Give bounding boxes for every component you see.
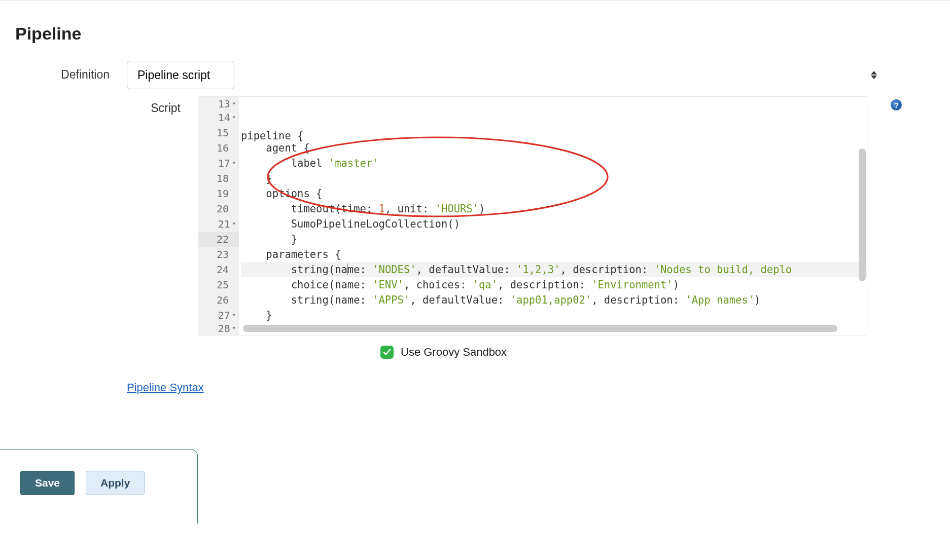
check-icon (383, 348, 391, 356)
code-line[interactable]: } (241, 171, 867, 186)
pipeline-syntax-link[interactable]: Pipeline Syntax (127, 381, 204, 394)
definition-label: Definition (15, 61, 127, 82)
code-editor[interactable]: 13▾14▾151617▾18192021▾222324252627▾28▾ p… (198, 96, 867, 335)
code-content[interactable]: pipeline { agent { label 'master' } opti… (239, 97, 867, 335)
definition-select-wrap: Pipeline script (127, 61, 884, 89)
line-number: 22 (198, 232, 239, 247)
script-label: Script (15, 96, 198, 115)
line-number: 14▾ (198, 110, 239, 125)
definition-row: Definition Pipeline script (15, 61, 935, 89)
fold-marker-icon[interactable]: ▾ (232, 320, 236, 335)
save-button[interactable]: Save (20, 471, 75, 495)
fold-marker-icon[interactable]: ▾ (232, 216, 236, 231)
code-line[interactable]: string(name: 'APPS', defaultValue: 'app0… (241, 292, 867, 308)
fold-marker-icon[interactable]: ▾ (232, 96, 236, 111)
line-number: 19 (198, 186, 239, 201)
pipeline-config-section: Pipeline Definition Pipeline script Scri… (0, 0, 950, 524)
line-number: 26 (198, 292, 239, 308)
code-line[interactable]: } (241, 308, 867, 323)
sandbox-label: Use Groovy Sandbox (401, 346, 507, 359)
definition-select[interactable]: Pipeline script (127, 61, 234, 89)
line-number: 23 (198, 247, 239, 262)
code-line[interactable]: label 'master' (241, 156, 867, 171)
footer-button-bar: Save Apply (0, 449, 198, 524)
horizontal-scrollbar[interactable] (243, 325, 837, 332)
sandbox-checkbox[interactable] (380, 346, 394, 359)
fold-marker-icon[interactable]: ▾ (232, 155, 236, 170)
line-number: 16 (198, 140, 239, 156)
line-number: 25 (198, 277, 239, 292)
line-number: 18 (198, 171, 239, 186)
sandbox-row: Use Groovy Sandbox ? (380, 346, 950, 359)
help-icon[interactable]: ? (891, 99, 902, 110)
line-number: 20 (198, 201, 239, 216)
script-row: Script ? 13▾14▾151617▾18192021▾222324252… (15, 96, 935, 359)
code-line[interactable]: } (241, 232, 867, 247)
line-number: 13▾ (198, 98, 239, 110)
code-line[interactable]: parameters { (241, 247, 867, 262)
fold-marker-icon[interactable]: ▾ (232, 109, 236, 125)
line-number: 15 (198, 125, 239, 140)
vertical-scrollbar[interactable] (859, 148, 866, 281)
line-number: 28▾ (198, 323, 239, 334)
code-line[interactable]: pipeline { (241, 128, 867, 140)
code-line[interactable]: agent { (241, 140, 867, 156)
dropdown-caret-icon (871, 71, 877, 79)
apply-button[interactable]: Apply (86, 471, 145, 495)
section-title: Pipeline (15, 24, 935, 44)
code-line[interactable]: string(name: 'NODES', defaultValue: '1,2… (241, 262, 867, 277)
line-number: 21▾ (198, 216, 239, 232)
code-line[interactable]: choice(name: 'ENV', choices: 'qa', descr… (241, 277, 867, 292)
code-line[interactable]: SumoPipelineLogCollection() (241, 216, 867, 232)
code-line[interactable]: options { (241, 186, 867, 201)
line-number-gutter: 13▾14▾151617▾18192021▾222324252627▾28▾ (198, 97, 239, 335)
line-number: 17▾ (198, 156, 239, 171)
script-editor-area: ? 13▾14▾151617▾18192021▾222324252627▾28▾… (198, 96, 867, 359)
code-line[interactable]: timeout(time: 1, unit: 'HOURS') (241, 201, 867, 216)
line-number: 24 (198, 262, 239, 277)
